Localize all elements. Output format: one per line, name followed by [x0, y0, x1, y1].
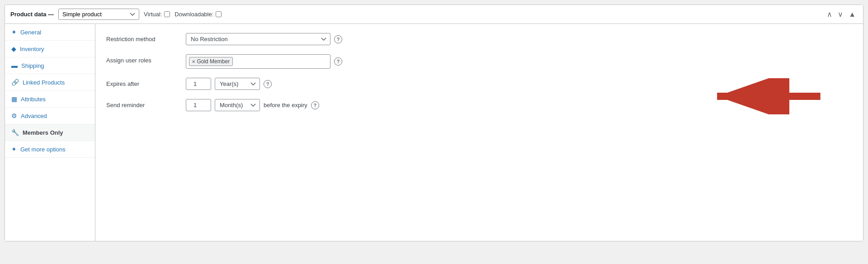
sidebar-item-linked-products[interactable]: 🔗 Linked Products	[5, 74, 95, 91]
send-reminder-input[interactable]	[186, 99, 211, 111]
sidebar-item-attributes[interactable]: ▦ Attributes	[5, 91, 95, 108]
sidebar-item-label-advanced: Advanced	[21, 113, 47, 119]
shipping-icon: ▬	[11, 62, 18, 69]
virtual-label: Virtual:	[144, 11, 162, 18]
collapse-button[interactable]: ▲	[847, 9, 858, 19]
assign-user-roles-row: Assign user roles × Gold Member ?	[106, 54, 852, 69]
wrench-icon-members: 🔧	[11, 129, 19, 136]
sidebar-item-label-shipping: Shipping	[21, 62, 44, 69]
product-data-panel: Product data — Simple product Variable p…	[5, 5, 863, 241]
restriction-method-controls: No Restriction Member Roles Membership P…	[186, 33, 852, 45]
collapse-down-button[interactable]: ∨	[836, 9, 845, 19]
send-reminder-help-icon[interactable]: ?	[311, 101, 319, 109]
gear-icon: ⚙	[11, 112, 17, 119]
before-expiry-text: before the expiry	[264, 102, 307, 108]
wrench-icon: ✦	[11, 28, 17, 36]
expires-after-help-icon[interactable]: ?	[264, 80, 272, 88]
sidebar-item-members-only[interactable]: 🔧 Members Only	[5, 124, 95, 141]
panel-header: Product data — Simple product Variable p…	[5, 5, 863, 24]
expires-after-unit-select[interactable]: Year(s) Month(s) Day(s) Week(s)	[215, 78, 260, 90]
expires-after-label: Expires after	[106, 78, 179, 87]
restriction-method-help-icon[interactable]: ?	[334, 35, 342, 43]
sidebar-item-inventory[interactable]: ◆ Inventory	[5, 41, 95, 57]
sidebar-item-label-attributes: Attributes	[21, 96, 46, 103]
panel-body: ✦ General ◆ Inventory ▬ Shipping 🔗 Linke…	[5, 24, 863, 241]
product-data-label: Product data —	[10, 11, 54, 18]
main-content: Restriction method No Restriction Member…	[95, 24, 863, 241]
sidebar-item-advanced[interactable]: ⚙ Advanced	[5, 108, 95, 124]
star-icon: ✦	[11, 146, 17, 153]
sidebar-item-label-general: General	[20, 29, 41, 36]
sidebar-item-shipping[interactable]: ▬ Shipping	[5, 57, 95, 74]
expires-after-row: Expires after Year(s) Month(s) Day(s) We…	[106, 78, 852, 90]
assign-user-roles-label: Assign user roles	[106, 54, 179, 64]
product-type-select[interactable]: Simple product Variable product Grouped …	[58, 9, 139, 20]
tag-input-wrapper[interactable]: × Gold Member	[186, 54, 330, 69]
sidebar-item-label-inventory: Inventory	[20, 46, 44, 52]
send-reminder-controls: Month(s) Year(s) Day(s) Week(s) before t…	[186, 99, 852, 111]
restriction-method-row: Restriction method No Restriction Member…	[106, 33, 852, 45]
attributes-icon: ▦	[11, 95, 17, 103]
collapse-up-button[interactable]: ∧	[825, 9, 834, 19]
restriction-method-label: Restriction method	[106, 33, 179, 42]
expires-after-controls: Year(s) Month(s) Day(s) Week(s) ?	[186, 78, 852, 90]
tag-label: Gold Member	[197, 58, 230, 65]
restriction-method-select[interactable]: No Restriction Member Roles Membership P…	[186, 33, 330, 45]
sidebar-item-get-more-options[interactable]: ✦ Get more options	[5, 141, 95, 158]
sidebar-item-general[interactable]: ✦ General	[5, 24, 95, 41]
downloadable-checkbox-group: Downloadable:	[175, 11, 222, 18]
assign-user-roles-controls: × Gold Member ?	[186, 54, 852, 69]
sidebar: ✦ General ◆ Inventory ▬ Shipping 🔗 Linke…	[5, 24, 95, 241]
panel-controls: ∧ ∨ ▲	[825, 9, 858, 19]
link-icon: 🔗	[11, 79, 19, 86]
sidebar-item-label-linked: Linked Products	[23, 79, 65, 86]
assign-user-roles-help-icon[interactable]: ?	[334, 57, 342, 66]
expires-after-input[interactable]	[186, 78, 211, 90]
send-reminder-row: Send reminder Month(s) Year(s) Day(s) We…	[106, 99, 852, 111]
inventory-icon: ◆	[11, 45, 16, 52]
virtual-checkbox-group: Virtual:	[144, 11, 170, 18]
tag-remove-button[interactable]: ×	[192, 59, 195, 64]
virtual-checkbox[interactable]	[164, 11, 170, 17]
send-reminder-label: Send reminder	[106, 99, 179, 108]
downloadable-checkbox[interactable]	[216, 11, 222, 17]
send-reminder-unit-select[interactable]: Month(s) Year(s) Day(s) Week(s)	[215, 99, 260, 111]
tag-gold-member: × Gold Member	[189, 57, 233, 66]
sidebar-item-label-members: Members Only	[23, 129, 63, 136]
downloadable-label: Downloadable:	[175, 11, 213, 18]
sidebar-item-label-more: Get more options	[20, 146, 66, 153]
